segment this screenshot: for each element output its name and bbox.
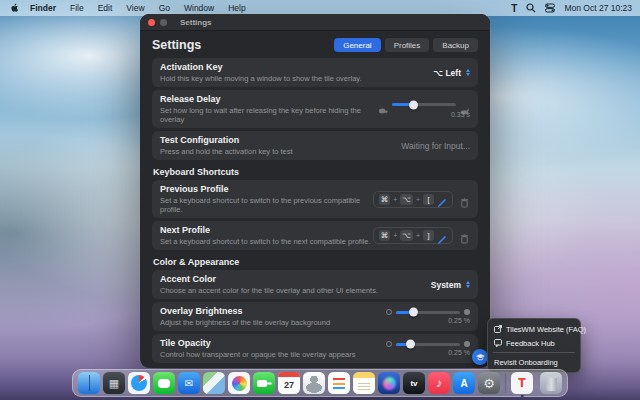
- keycap-option: ⌥: [400, 194, 413, 205]
- dock-system-settings-icon[interactable]: ⚙: [478, 372, 500, 394]
- menubar-app-name[interactable]: Finder: [23, 3, 63, 13]
- setting-desc: Choose an accent color for the tile over…: [160, 286, 378, 295]
- window-titlebar[interactable]: Settings: [140, 14, 490, 31]
- hare-icon: [460, 101, 470, 109]
- setting-title: Release Delay: [160, 94, 378, 105]
- feedback-icon: [494, 339, 502, 347]
- tile-opacity-value: 0.25 %: [448, 349, 470, 356]
- menu-divider: [493, 352, 575, 353]
- slider-thumb[interactable]: [409, 308, 418, 317]
- titlebar-title: Settings: [180, 18, 212, 27]
- tile-opacity-slider[interactable]: [396, 343, 460, 346]
- dock-notes-icon[interactable]: [353, 372, 375, 394]
- dock-reminders-icon[interactable]: [328, 372, 350, 394]
- activation-key-value[interactable]: ⌥ Left: [433, 68, 461, 78]
- accent-color-value[interactable]: System: [431, 280, 461, 290]
- dock-music-icon[interactable]: ♪: [428, 372, 450, 394]
- keycap-bracket: [: [423, 194, 434, 205]
- min-brightness-icon: [386, 309, 392, 315]
- tileswm-menubar-icon[interactable]: T: [511, 3, 517, 14]
- dock-divider: [505, 373, 506, 393]
- setting-desc: Hold this key while moving a window to s…: [160, 74, 362, 83]
- dock-facetime-icon[interactable]: [253, 372, 275, 394]
- edit-shortcut-icon[interactable]: [437, 194, 447, 204]
- dock-finder-icon[interactable]: [78, 372, 100, 394]
- calendar-day-label: 27: [284, 380, 294, 390]
- minimize-button[interactable]: [160, 19, 167, 26]
- settings-window: Settings Settings General Profiles Backu…: [140, 14, 490, 368]
- overlay-brightness-value: 0.25 %: [448, 317, 470, 324]
- menu-item-revisit-onboarding[interactable]: Revisit Onboarding: [492, 355, 576, 369]
- release-delay-slider[interactable]: [392, 103, 456, 106]
- row-overlay-brightness: Overlay Brightness Adjust the brightness…: [152, 302, 478, 331]
- graduation-cap-icon: [475, 348, 486, 366]
- keycap-cmd: ⌘: [379, 194, 391, 205]
- menubar-item-file[interactable]: File: [63, 3, 91, 13]
- dock-appletv-icon[interactable]: tv: [403, 372, 425, 394]
- row-test-configuration: Test Configuration Press and hold the ac…: [152, 131, 478, 160]
- shortcut-editor[interactable]: ⌘ + ⌥ + ]: [373, 227, 453, 244]
- close-button[interactable]: [148, 19, 155, 26]
- menubar-item-window[interactable]: Window: [177, 3, 221, 13]
- dock-trash-icon[interactable]: [540, 372, 562, 394]
- setting-title: Activation Key: [160, 62, 362, 73]
- keycap-option: ⌥: [400, 230, 413, 241]
- delete-shortcut-icon[interactable]: [460, 194, 470, 205]
- dock-calendar-icon[interactable]: 27: [278, 372, 300, 394]
- dock-tileswm-icon[interactable]: T: [511, 372, 533, 394]
- dock-photos-icon[interactable]: [228, 372, 250, 394]
- keycap-bracket: ]: [423, 230, 434, 241]
- dock-mail-icon[interactable]: ✉: [178, 372, 200, 394]
- shortcut-editor[interactable]: ⌘ + ⌥ + [: [373, 191, 453, 208]
- spotlight-search-icon[interactable]: [526, 3, 536, 13]
- help-onboarding-button[interactable]: [472, 349, 488, 365]
- dropdown-chevrons-icon[interactable]: [466, 69, 470, 76]
- menu-item-feedback-hub[interactable]: Feedback Hub: [492, 336, 576, 350]
- max-brightness-icon: [464, 309, 470, 315]
- key-separator: +: [416, 196, 420, 203]
- dock-safari-icon[interactable]: [128, 372, 150, 394]
- slider-thumb[interactable]: [409, 100, 418, 109]
- menubar-item-help[interactable]: Help: [221, 3, 252, 13]
- dock-contacts-icon[interactable]: [303, 372, 325, 394]
- dock-maps-icon[interactable]: [203, 372, 225, 394]
- dock-siri-icon[interactable]: [378, 372, 400, 394]
- setting-title: Previous Profile: [160, 184, 373, 195]
- tab-general[interactable]: General: [334, 38, 380, 52]
- menubar-clock[interactable]: Mon Oct 27 10:23: [564, 3, 632, 13]
- menu-item-website[interactable]: TilesWM Website (FAQ): [492, 322, 576, 336]
- section-keyboard-shortcuts: Keyboard Shortcuts: [153, 167, 477, 177]
- max-opacity-icon: [464, 341, 470, 347]
- tab-profiles[interactable]: Profiles: [385, 38, 430, 52]
- row-previous-profile: Previous Profile Set a keyboard shortcut…: [152, 180, 478, 218]
- overlay-brightness-slider[interactable]: [396, 311, 460, 314]
- apple-logo-icon[interactable]: [10, 3, 19, 13]
- page-title: Settings: [152, 38, 201, 52]
- setting-desc: Set how long to wait after releasing the…: [160, 106, 378, 124]
- menubar-item-edit[interactable]: Edit: [91, 3, 120, 13]
- dropdown-chevrons-icon[interactable]: [466, 281, 470, 288]
- edit-shortcut-icon[interactable]: [437, 231, 447, 241]
- desktop: { "colors": { "accent": "#2e7bf6", "tab_…: [0, 0, 640, 400]
- settings-content: Activation Key Hold this key while movin…: [140, 58, 490, 368]
- setting-desc: Set a keyboard shortcut to switch to the…: [160, 237, 371, 246]
- tab-backup[interactable]: Backup: [433, 38, 478, 52]
- tab-bar: General Profiles Backup: [334, 38, 478, 52]
- menubar-item-view[interactable]: View: [119, 3, 151, 13]
- keycap-cmd: ⌘: [379, 230, 391, 241]
- setting-desc: Set a keyboard shortcut to switch to the…: [160, 196, 373, 214]
- slider-thumb[interactable]: [406, 340, 415, 349]
- menubar-item-go[interactable]: Go: [152, 3, 177, 13]
- window-header: Settings General Profiles Backup: [140, 31, 490, 58]
- row-activation-key: Activation Key Hold this key while movin…: [152, 58, 478, 87]
- setting-title: Overlay Brightness: [160, 306, 330, 317]
- dock-messages-icon[interactable]: [153, 372, 175, 394]
- dock-launchpad-icon[interactable]: ▦: [103, 372, 125, 394]
- dock-appstore-icon[interactable]: A: [453, 372, 475, 394]
- menu-item-label: Feedback Hub: [506, 339, 555, 348]
- setting-desc: Control how transparent or opaque the ti…: [160, 350, 356, 359]
- delete-shortcut-icon[interactable]: [460, 230, 470, 241]
- help-context-menu: TilesWM Website (FAQ) Feedback Hub Revis…: [487, 318, 581, 373]
- control-center-icon[interactable]: [545, 3, 555, 13]
- external-link-icon: [494, 325, 502, 333]
